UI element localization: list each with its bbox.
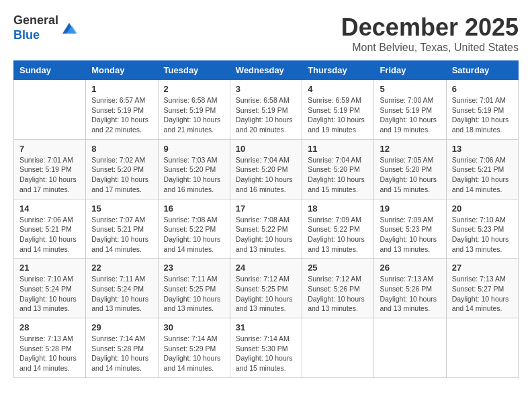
calendar-table: SundayMondayTuesdayWednesdayThursdayFrid… [13,60,519,378]
calendar-cell: 21Sunrise: 7:10 AM Sunset: 5:24 PM Dayli… [14,259,86,318]
day-number: 30 [164,322,224,332]
day-number: 14 [19,203,80,214]
calendar-cell: 14Sunrise: 7:06 AM Sunset: 5:21 PM Dayli… [14,199,86,259]
day-info: Sunrise: 7:06 AM Sunset: 5:21 PM Dayligh… [452,155,513,195]
calendar-cell: 25Sunrise: 7:12 AM Sunset: 5:26 PM Dayli… [302,259,374,318]
weekday-header-row: SundayMondayTuesdayWednesdayThursdayFrid… [14,61,519,80]
logo: General Blue [13,13,79,42]
weekday-header-saturday: Saturday [446,61,518,80]
day-number: 4 [308,84,368,94]
day-number: 2 [164,84,224,94]
day-number: 15 [91,203,152,214]
day-info: Sunrise: 7:12 AM Sunset: 5:26 PM Dayligh… [308,274,368,314]
calendar-cell: 10Sunrise: 7:04 AM Sunset: 5:20 PM Dayli… [230,139,302,199]
day-number: 13 [452,144,513,154]
logo-icon [60,19,79,38]
day-info: Sunrise: 7:08 AM Sunset: 5:22 PM Dayligh… [164,215,224,255]
day-info: Sunrise: 7:00 AM Sunset: 5:19 PM Dayligh… [380,95,440,135]
calendar-cell: 1Sunrise: 6:57 AM Sunset: 5:19 PM Daylig… [86,80,158,140]
weekday-header-friday: Friday [374,61,446,80]
day-number: 31 [236,322,296,332]
day-info: Sunrise: 7:07 AM Sunset: 5:21 PM Dayligh… [91,215,152,255]
calendar-cell: 29Sunrise: 7:14 AM Sunset: 5:28 PM Dayli… [86,318,158,378]
day-number: 5 [380,84,440,94]
day-number: 26 [380,263,440,273]
calendar-cell: 31Sunrise: 7:14 AM Sunset: 5:30 PM Dayli… [230,318,302,378]
day-number: 1 [91,84,152,94]
calendar-cell: 19Sunrise: 7:09 AM Sunset: 5:23 PM Dayli… [374,199,446,259]
day-info: Sunrise: 7:06 AM Sunset: 5:21 PM Dayligh… [19,215,80,255]
day-info: Sunrise: 6:58 AM Sunset: 5:19 PM Dayligh… [236,95,296,135]
calendar-cell: 27Sunrise: 7:13 AM Sunset: 5:27 PM Dayli… [446,259,518,318]
month-title: December 2025 [341,13,519,42]
day-info: Sunrise: 7:08 AM Sunset: 5:22 PM Dayligh… [236,215,296,255]
calendar-cell: 24Sunrise: 7:12 AM Sunset: 5:25 PM Dayli… [230,259,302,318]
day-info: Sunrise: 6:58 AM Sunset: 5:19 PM Dayligh… [164,95,224,135]
day-number: 17 [236,203,296,214]
calendar-cell: 8Sunrise: 7:02 AM Sunset: 5:20 PM Daylig… [86,139,158,199]
day-number: 21 [19,263,80,273]
day-number: 11 [308,144,368,154]
calendar-week-row: 7Sunrise: 7:01 AM Sunset: 5:19 PM Daylig… [14,139,519,199]
day-number: 10 [236,144,296,154]
calendar-cell: 28Sunrise: 7:13 AM Sunset: 5:28 PM Dayli… [14,318,86,378]
day-info: Sunrise: 7:13 AM Sunset: 5:28 PM Dayligh… [19,334,80,373]
day-number: 7 [19,144,80,154]
calendar-cell [302,318,374,378]
day-info: Sunrise: 6:57 AM Sunset: 5:19 PM Dayligh… [91,95,152,135]
calendar-cell: 26Sunrise: 7:13 AM Sunset: 5:26 PM Dayli… [374,259,446,318]
calendar-cell: 4Sunrise: 6:59 AM Sunset: 5:19 PM Daylig… [302,80,374,140]
day-info: Sunrise: 7:13 AM Sunset: 5:26 PM Dayligh… [380,274,440,314]
day-info: Sunrise: 7:14 AM Sunset: 5:29 PM Dayligh… [164,334,224,373]
day-info: Sunrise: 7:04 AM Sunset: 5:20 PM Dayligh… [308,155,368,195]
logo-blue-text: Blue [13,28,40,42]
day-info: Sunrise: 7:05 AM Sunset: 5:20 PM Dayligh… [380,155,440,195]
calendar-cell: 12Sunrise: 7:05 AM Sunset: 5:20 PM Dayli… [374,139,446,199]
day-info: Sunrise: 7:01 AM Sunset: 5:19 PM Dayligh… [452,95,513,135]
day-info: Sunrise: 7:10 AM Sunset: 5:23 PM Dayligh… [452,215,513,255]
weekday-header-thursday: Thursday [302,61,374,80]
weekday-header-wednesday: Wednesday [230,61,302,80]
day-number: 27 [452,263,513,273]
day-number: 25 [308,263,368,273]
calendar-week-row: 28Sunrise: 7:13 AM Sunset: 5:28 PM Dayli… [14,318,519,378]
weekday-header-tuesday: Tuesday [158,61,230,80]
day-number: 24 [236,263,296,273]
day-number: 6 [452,84,513,94]
calendar-cell: 17Sunrise: 7:08 AM Sunset: 5:22 PM Dayli… [230,199,302,259]
day-number: 28 [19,322,80,332]
calendar-cell: 2Sunrise: 6:58 AM Sunset: 5:19 PM Daylig… [158,80,230,140]
calendar-cell: 9Sunrise: 7:03 AM Sunset: 5:20 PM Daylig… [158,139,230,199]
calendar-cell: 3Sunrise: 6:58 AM Sunset: 5:19 PM Daylig… [230,80,302,140]
day-info: Sunrise: 7:09 AM Sunset: 5:23 PM Dayligh… [380,215,440,255]
day-number: 22 [91,263,152,273]
calendar-cell: 15Sunrise: 7:07 AM Sunset: 5:21 PM Dayli… [86,199,158,259]
day-info: Sunrise: 7:13 AM Sunset: 5:27 PM Dayligh… [452,274,513,314]
day-number: 18 [308,203,368,214]
calendar-cell: 6Sunrise: 7:01 AM Sunset: 5:19 PM Daylig… [446,80,518,140]
calendar-cell: 20Sunrise: 7:10 AM Sunset: 5:23 PM Dayli… [446,199,518,259]
day-number: 9 [164,144,224,154]
calendar-cell [374,318,446,378]
weekday-header-monday: Monday [86,61,158,80]
logo-general-text: General [13,13,58,27]
day-info: Sunrise: 7:14 AM Sunset: 5:30 PM Dayligh… [236,334,296,373]
calendar-cell [446,318,518,378]
page-header: General Blue December 2025 Mont Belvieu,… [13,13,519,54]
calendar-cell: 30Sunrise: 7:14 AM Sunset: 5:29 PM Dayli… [158,318,230,378]
calendar-cell: 22Sunrise: 7:11 AM Sunset: 5:24 PM Dayli… [86,259,158,318]
calendar-cell: 16Sunrise: 7:08 AM Sunset: 5:22 PM Dayli… [158,199,230,259]
day-info: Sunrise: 7:12 AM Sunset: 5:25 PM Dayligh… [236,274,296,314]
day-number: 20 [452,203,513,214]
calendar-cell: 11Sunrise: 7:04 AM Sunset: 5:20 PM Dayli… [302,139,374,199]
calendar-week-row: 1Sunrise: 6:57 AM Sunset: 5:19 PM Daylig… [14,80,519,140]
calendar-cell: 18Sunrise: 7:09 AM Sunset: 5:22 PM Dayli… [302,199,374,259]
day-info: Sunrise: 6:59 AM Sunset: 5:19 PM Dayligh… [308,95,368,135]
calendar-cell [14,80,86,140]
title-section: December 2025 Mont Belvieu, Texas, Unite… [341,13,519,54]
day-info: Sunrise: 7:02 AM Sunset: 5:20 PM Dayligh… [91,155,152,195]
day-info: Sunrise: 7:11 AM Sunset: 5:25 PM Dayligh… [164,274,224,314]
day-number: 16 [164,203,224,214]
day-number: 29 [91,322,152,332]
day-number: 12 [380,144,440,154]
